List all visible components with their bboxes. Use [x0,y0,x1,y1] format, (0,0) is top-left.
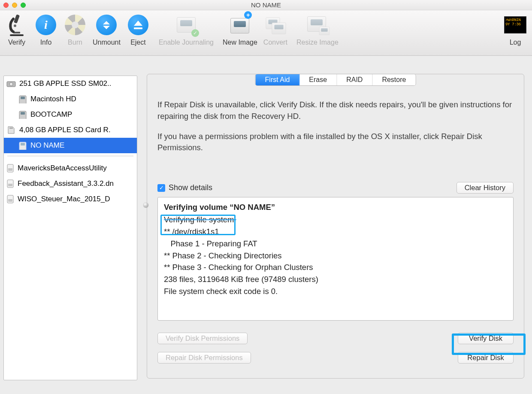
verify-tool[interactable]: Verify [3,14,30,46]
sidebar-dmg-feedback-assistant[interactable]: Feedback_Assistant_3.3.2.dn [4,176,137,191]
main-body: 251 GB APPLE SSD SM02.. Macintosh HD BOO… [0,56,532,394]
svg-point-3 [14,24,16,27]
annotation-highlight-dev-path [160,215,236,235]
verification-log[interactable]: Verifying volume “NO NAME” Verifying fil… [157,197,514,321]
burn-tool-label: Burn [68,39,82,46]
unmount-tool-label: Unmount [93,39,121,46]
convert-tool-label: Convert [263,39,287,46]
repair-disk-permissions-button: Repair Disk Permissions [157,352,251,364]
tab-first-aid[interactable]: First Aid [256,74,300,85]
sidebar-label: NO NAME [30,141,64,150]
device-sidebar: 251 GB APPLE SSD SM02.. Macintosh HD BOO… [3,76,137,380]
details-row: ✓ Show details Clear History [157,182,514,194]
svg-rect-7 [21,97,25,99]
annotation-highlight-verify-disk [452,333,526,355]
sidebar-label: Feedback_Assistant_3.3.2.dn [18,179,114,188]
tab-restore[interactable]: Restore [372,74,415,85]
verify-tool-label: Verify [8,39,25,46]
svg-rect-14 [8,168,12,171]
minimize-window-button[interactable] [12,3,17,8]
log-title: Verifying volume “NO NAME” [164,203,507,212]
log-line: ** Phase 3 - Checking for Orphan Cluster… [164,261,507,273]
unmount-icon [95,14,118,36]
convert-icon [264,14,287,36]
info-tool[interactable]: i Info [33,14,59,46]
eject-tool[interactable]: Eject [125,14,151,46]
titlebar: NO NAME [0,0,532,10]
sidebar-dmg-mavericks[interactable]: MavericksBetaAccessUtility [4,161,137,176]
sidebar-disk-apple-ssd[interactable]: 251 GB APPLE SSD SM02.. [4,76,137,91]
burn-icon [64,14,86,36]
sidebar-label: 251 GB APPLE SSD SM02.. [19,79,112,88]
svg-rect-16 [8,184,12,186]
resize-image-icon [306,14,329,36]
info-tool-label: Info [40,39,52,46]
log-icon: >WARNIN 9Y 7:36 [504,14,526,36]
window-title: NO NAME [0,1,532,9]
svg-rect-9 [21,112,25,115]
volume-icon [18,141,27,150]
log-line: 238 files, 3119648 KiB free (97489 clust… [164,273,507,285]
volume-icon [18,110,27,119]
checkbox-checked-icon: ✓ [157,184,165,192]
microscope-icon [6,14,28,36]
sidebar-label: Macintosh HD [30,95,76,103]
resize-image-tool-label: Resize Image [296,39,339,46]
verify-disk-permissions-button: Verify Disk Permissions [157,333,248,344]
sidebar-disk-sd-card[interactable]: 4,08 GB APPLE SD Card R. [4,122,137,138]
eject-icon [127,14,149,36]
content-area: If Repair Disk is unavailable, click Ver… [147,76,524,385]
log-tool-label: Log [510,39,521,46]
svg-point-5 [9,82,13,86]
convert-tool: Convert [262,14,289,46]
clear-history-button[interactable]: Clear History [456,182,514,194]
enable-journaling-tool-label: Enable Journaling [159,39,214,46]
sidebar-volume-bootcamp[interactable]: BOOTCAMP [4,107,137,122]
log-line: Phase 1 - Preparing FAT [164,238,507,250]
show-details-checkbox[interactable]: ✓ Show details [157,183,212,192]
svg-rect-0 [10,34,24,36]
svg-rect-12 [21,143,25,145]
dmg-icon [6,195,14,203]
sidebar-dmg-wiso-steuer[interactable]: WISO_Steuer_Mac_2015_D [4,191,137,207]
permissions-help-text: If you have a permissions problem with a… [157,131,514,154]
tab-erase[interactable]: Erase [299,74,337,85]
resize-image-tool: Resize Image [292,14,343,46]
show-details-label: Show details [169,183,212,192]
volume-icon [18,95,27,103]
svg-rect-18 [8,199,12,202]
journaling-icon: ✓ [175,14,197,36]
zoom-window-button[interactable] [21,3,26,8]
repair-disk-help-text: If Repair Disk is unavailable, click Ver… [157,99,514,122]
sidebar-volume-no-name[interactable]: NO NAME [4,138,137,153]
first-aid-panel: If Repair Disk is unavailable, click Ver… [147,74,524,379]
log-line: ** Phase 2 - Checking Directories [164,250,507,262]
svg-rect-10 [9,127,13,129]
sidebar-volume-macintosh-hd[interactable]: Macintosh HD [4,91,137,107]
sidebar-label: MavericksBetaAccessUtility [18,164,107,173]
log-tool[interactable]: >WARNIN 9Y 7:36 Log [502,14,529,46]
progress-indicator-icon [143,203,148,208]
sd-card-icon [6,126,16,134]
unmount-tool[interactable]: Unmount [91,14,122,46]
sidebar-label: WISO_Steuer_Mac_2015_D [18,195,110,203]
tab-bar: First Aid Erase RAID Restore [255,74,416,86]
log-line: File system check exit code is 0. [164,285,507,297]
info-icon: i [35,14,57,36]
new-image-tool[interactable]: + New Image [221,14,259,46]
toolbar: Verify i Info Burn Unmount Eject [0,10,532,56]
eject-tool-label: Eject [130,39,146,46]
new-image-tool-label: New Image [223,39,257,46]
close-window-button[interactable] [3,3,9,8]
internal-disk-icon [6,79,16,88]
tab-raid[interactable]: RAID [337,74,372,85]
enable-journaling-tool: ✓ Enable Journaling [154,14,218,46]
burn-tool: Burn [62,14,88,46]
dmg-icon [6,179,14,188]
dmg-icon [6,164,14,173]
new-image-icon: + [229,14,251,36]
window-controls [3,3,26,8]
sidebar-label: BOOTCAMP [30,110,72,119]
sidebar-separator [7,156,133,156]
sidebar-label: 4,08 GB APPLE SD Card R. [19,126,111,134]
